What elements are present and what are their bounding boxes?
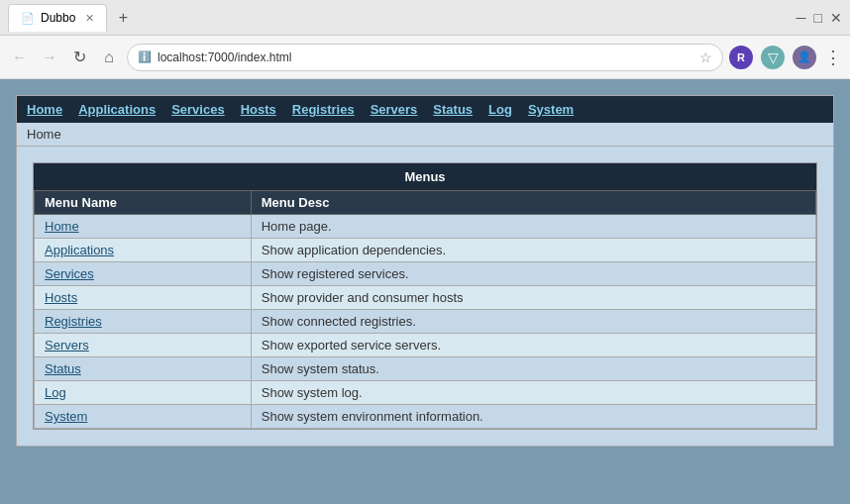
col-menu-name: Menu Name	[35, 191, 252, 215]
menu-name-cell[interactable]: Home	[35, 215, 252, 239]
menu-desc-cell: Show application dependencies.	[251, 239, 815, 262]
menu-name-cell[interactable]: Services	[35, 262, 252, 286]
profile-icon[interactable]: R	[729, 46, 753, 69]
menu-desc-cell: Show registered services.	[251, 262, 815, 286]
home-button[interactable]: ⌂	[97, 49, 121, 66]
menu-desc-cell: Show connected registries.	[251, 310, 815, 334]
table-row: RegistriesShow connected registries.	[35, 310, 816, 334]
breadcrumb: Home	[17, 123, 833, 147]
nav-link-home[interactable]: Home	[27, 102, 62, 117]
nav-link-status[interactable]: Status	[433, 102, 473, 117]
toolbar-icons: R ▽ 👤 ⋮	[729, 46, 842, 69]
table-row: SystemShow system environment informatio…	[35, 405, 816, 429]
menu-desc-cell: Show exported service servers.	[251, 334, 815, 357]
nav-link-applications[interactable]: Applications	[78, 102, 156, 117]
menu-name-cell[interactable]: Applications	[35, 239, 252, 262]
page-content: Home Applications Services Hosts Registr…	[0, 79, 850, 504]
table-row: ServicesShow registered services.	[35, 262, 816, 286]
maximize-button[interactable]: □	[814, 10, 822, 26]
table-row: HomeHome page.	[35, 215, 816, 239]
table-row: ServersShow exported service servers.	[35, 334, 816, 357]
table-row: LogShow system log.	[35, 381, 816, 405]
table-row: StatusShow system status.	[35, 357, 816, 381]
nav-menu: Home Applications Services Hosts Registr…	[17, 96, 833, 123]
back-button[interactable]: ←	[8, 49, 32, 66]
lock-icon: ℹ️	[138, 50, 152, 63]
url-display: localhost:7000/index.html	[158, 50, 291, 64]
menus-table: Menu Name Menu Desc HomeHome page.Applic…	[34, 190, 816, 429]
tab-close-button[interactable]: ✕	[85, 12, 94, 25]
address-field[interactable]: ℹ️ localhost:7000/index.html ☆	[127, 44, 723, 71]
nav-link-log[interactable]: Log	[488, 102, 512, 117]
menus-title: Menus	[34, 163, 816, 190]
breadcrumb-text: Home	[27, 127, 61, 142]
menu-name-cell[interactable]: Status	[35, 357, 252, 381]
tab-title: Dubbo	[41, 11, 75, 25]
col-menu-desc: Menu Desc	[251, 191, 815, 215]
menu-name-cell[interactable]: System	[35, 405, 252, 429]
nav-link-hosts[interactable]: Hosts	[241, 102, 276, 117]
menu-name-cell[interactable]: Hosts	[35, 286, 252, 310]
browser-window: 📄 Dubbo ✕ + ─ □ ✕ ← → ↻ ⌂ ℹ️ localhost:7…	[0, 0, 850, 504]
menus-section: Menus Menu Name Menu Desc HomeHome page.…	[33, 162, 817, 430]
minimize-button[interactable]: ─	[797, 10, 806, 26]
bookmark-icon[interactable]: ☆	[699, 50, 712, 65]
tab-icon: 📄	[21, 12, 35, 25]
refresh-button[interactable]: ↻	[67, 48, 91, 66]
menu-desc-cell: Show system environment information.	[251, 405, 815, 429]
menu-desc-cell: Show system status.	[251, 357, 815, 381]
table-row: ApplicationsShow application dependencie…	[35, 239, 816, 262]
window-controls: ─ □ ✕	[797, 10, 842, 26]
menu-desc-cell: Home page.	[251, 215, 815, 239]
nav-link-services[interactable]: Services	[171, 102, 225, 117]
new-tab-button[interactable]: +	[111, 6, 135, 30]
avatar-icon[interactable]: 👤	[793, 46, 816, 69]
title-bar: 📄 Dubbo ✕ + ─ □ ✕	[0, 0, 850, 36]
browser-menu-button[interactable]: ⋮	[824, 47, 842, 68]
nav-link-servers[interactable]: Servers	[371, 102, 418, 117]
forward-button[interactable]: →	[38, 49, 61, 66]
menu-desc-cell: Show provider and consumer hosts	[251, 286, 815, 310]
browser-tab[interactable]: 📄 Dubbo ✕	[8, 4, 107, 32]
close-button[interactable]: ✕	[830, 10, 842, 26]
table-row: HostsShow provider and consumer hosts	[35, 286, 816, 310]
menu-name-cell[interactable]: Log	[35, 381, 252, 405]
menu-desc-cell: Show system log.	[251, 381, 815, 405]
menu-name-cell[interactable]: Registries	[35, 310, 252, 334]
menu-name-cell[interactable]: Servers	[35, 334, 252, 357]
nav-link-system[interactable]: System	[528, 102, 574, 117]
nav-link-registries[interactable]: Registries	[292, 102, 355, 117]
address-bar: ← → ↻ ⌂ ℹ️ localhost:7000/index.html ☆ R…	[0, 36, 850, 79]
content-box: Home Applications Services Hosts Registr…	[16, 95, 834, 447]
extension-icon[interactable]: ▽	[761, 46, 785, 69]
